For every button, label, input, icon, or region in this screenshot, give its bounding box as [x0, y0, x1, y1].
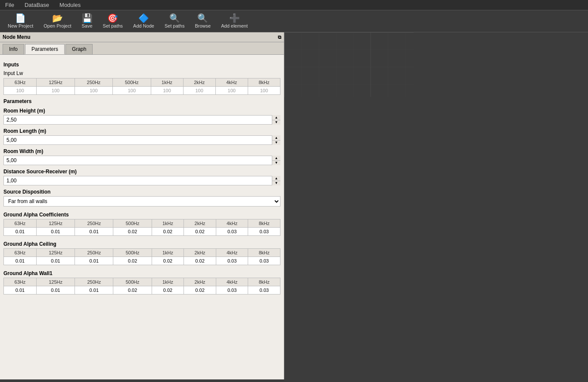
room-height-spinners: ▲ ▼ — [272, 115, 280, 125]
room-length-spinners: ▲ ▼ — [272, 135, 280, 145]
ground-alpha-ceiling-label: Ground Alpha Ceiling — [3, 241, 280, 247]
add-node-label: Add Node — [133, 23, 154, 28]
toolbar: 📄 New Project 📂 Open Project 💾 Save 🎯 Se… — [0, 10, 588, 32]
tabs: Info Parameters Graph — [0, 42, 284, 55]
ground-alpha-wall1-table: 63Hz125Hz250Hz500Hz1kHz2kHz4kHz8kHz 0.01… — [3, 278, 280, 294]
room-height-label: Room Height (m) — [3, 108, 280, 114]
browse-label: Browse — [195, 23, 211, 28]
set-paths-1-label: Set paths — [103, 23, 123, 28]
menu-modules[interactable]: Modules — [58, 1, 82, 9]
main-layout: Node Menu ⧉ Info Parameters Graph Inputs… — [0, 32, 588, 379]
room-width-spinners: ▲ ▼ — [272, 156, 280, 165]
new-project-label: New Project — [8, 23, 33, 28]
left-panel: Node Menu ⧉ Info Parameters Graph Inputs… — [0, 32, 284, 379]
room-length-label: Room Length (m) — [3, 128, 280, 134]
panel-collapse-icon[interactable]: ⧉ — [278, 34, 281, 40]
svg-rect-1 — [284, 32, 414, 97]
open-project-icon: 📂 — [52, 14, 63, 22]
distance-input[interactable] — [3, 176, 280, 185]
distance-down[interactable]: ▼ — [272, 181, 280, 186]
distance-wrap: ▲ ▼ — [3, 176, 280, 185]
room-length-up[interactable]: ▲ — [272, 135, 280, 141]
new-project-icon: 📄 — [15, 14, 26, 22]
ground-alpha-ceiling-table: 63Hz125Hz250Hz500Hz1kHz2kHz4kHz8kHz 0.01… — [3, 248, 280, 265]
panel-title: Node Menu — [3, 34, 31, 40]
panel-content: Inputs Input Lw 63Hz125Hz250Hz500Hz1kHz2… — [0, 55, 284, 379]
room-length-wrap: ▲ ▼ — [3, 135, 280, 145]
set-paths-1-button[interactable]: 🎯 Set paths — [99, 12, 127, 30]
menu-bar: File DataBase Modules — [0, 0, 588, 10]
room-width-wrap: ▲ ▼ — [3, 156, 280, 165]
room-height-input[interactable] — [3, 115, 280, 125]
input-lw-label: Input Lw — [3, 70, 280, 76]
add-node-button[interactable]: 🔷 Add Node — [129, 12, 159, 30]
tab-info[interactable]: Info — [3, 44, 24, 54]
room-width-input[interactable] — [3, 156, 280, 165]
set-paths-1-icon: 🎯 — [107, 14, 118, 22]
set-paths-2-button[interactable]: 🔍 Set paths — [160, 12, 189, 30]
add-node-icon: 🔷 — [138, 14, 149, 22]
add-element-label: Add element — [221, 23, 248, 28]
save-icon: 💾 — [82, 14, 93, 22]
set-paths-2-label: Set paths — [165, 23, 184, 28]
panel-title-bar: Node Menu ⧉ — [0, 32, 284, 42]
room-width-label: Room Width (m) — [3, 148, 280, 154]
room-height-wrap: ▲ ▼ — [3, 115, 280, 125]
menu-file[interactable]: File — [3, 1, 16, 9]
menu-database[interactable]: DataBase — [23, 1, 51, 9]
ground-alpha-coeff-table: 63Hz125Hz250Hz500Hz1kHz2kHz4kHz8kHz 0.01… — [3, 219, 280, 236]
tab-parameters[interactable]: Parameters — [25, 44, 65, 54]
room-length-down[interactable]: ▼ — [272, 141, 280, 145]
open-project-button[interactable]: 📂 Open Project — [39, 12, 75, 30]
graph-grid — [284, 32, 414, 97]
save-button[interactable]: 💾 Save — [78, 12, 97, 30]
source-disposition-label: Source Disposition — [3, 189, 280, 195]
distance-up[interactable]: ▲ — [272, 176, 280, 181]
browse-icon: 🔍 — [197, 14, 208, 22]
distance-spinners: ▲ ▼ — [272, 176, 280, 185]
open-project-label: Open Project — [44, 23, 71, 28]
source-disposition-select[interactable]: Far from all wallsNear one wallNear two … — [3, 196, 280, 207]
add-element-icon: ➕ — [229, 14, 240, 22]
set-paths-2-icon: 🔍 — [169, 14, 180, 22]
new-project-button[interactable]: 📄 New Project — [3, 12, 37, 30]
room-height-down[interactable]: ▼ — [272, 120, 280, 125]
graph-area[interactable]: Lw Source Output Lw Room Lp From Lw Sour… — [284, 32, 588, 379]
save-label: Save — [82, 23, 93, 28]
tab-graph[interactable]: Graph — [65, 44, 93, 54]
room-width-down[interactable]: ▼ — [272, 161, 280, 166]
input-lw-table: 63Hz125Hz250Hz500Hz1kHz2kHz4kHz8kHz 1001… — [3, 78, 280, 95]
parameters-header: Parameters — [3, 98, 280, 104]
ground-alpha-wall1-label: Ground Alpha Wall1 — [3, 270, 280, 276]
ground-alpha-coeff-label: Ground Alpha Coefficients — [3, 212, 280, 218]
browse-button[interactable]: 🔍 Browse — [190, 12, 215, 30]
distance-label: Distance Source-Receiver (m) — [3, 169, 280, 175]
room-height-up[interactable]: ▲ — [272, 115, 280, 120]
room-length-input[interactable] — [3, 135, 280, 145]
add-element-button[interactable]: ➕ Add element — [217, 12, 252, 30]
room-width-up[interactable]: ▲ — [272, 156, 280, 161]
inputs-header: Inputs — [3, 62, 280, 68]
